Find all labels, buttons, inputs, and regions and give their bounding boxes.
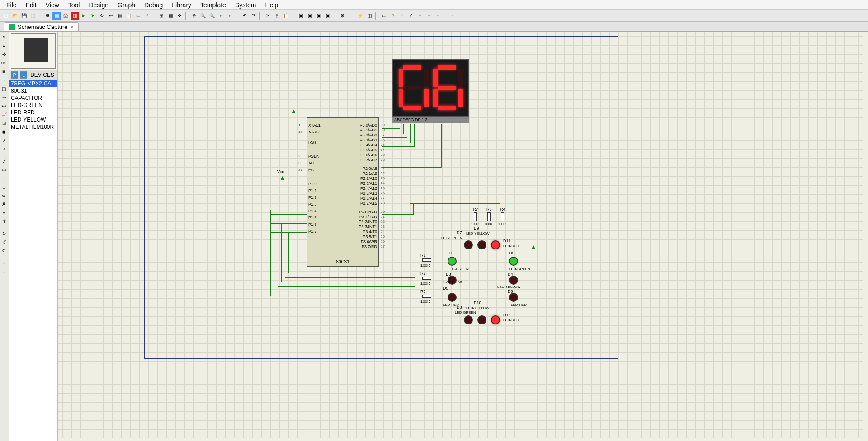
junction-tool[interactable]: ✛ xyxy=(0,51,8,58)
rot-ccw-tool[interactable]: ↺ xyxy=(0,238,8,246)
copy-icon[interactable]: ⎘ xyxy=(273,12,281,20)
block-rotate-icon[interactable]: ▣ xyxy=(315,12,323,20)
zoom-in-icon[interactable]: 🔍 xyxy=(199,12,207,20)
home-icon[interactable]: 🏠 xyxy=(61,12,70,20)
device-item-7seg[interactable]: 7SEG-MPX2-CA xyxy=(9,80,57,87)
sim1-icon[interactable]: ► xyxy=(80,12,88,20)
tab-schematic-capture[interactable]: Schematic Capture × xyxy=(4,22,79,31)
refresh-icon[interactable]: ↻ xyxy=(98,12,106,20)
line-tool[interactable]: ╱ xyxy=(0,157,8,165)
menu-design[interactable]: Design xyxy=(84,0,113,9)
block-copy-icon[interactable]: ▣ xyxy=(297,12,305,20)
new-icon[interactable]: 📄 xyxy=(2,12,10,20)
canvas-viewport[interactable]: ABCDEFG DP 1 2 80C31 XTAL119XTAL218RSTPS… xyxy=(58,32,868,441)
bus-tool[interactable]: ⫠ xyxy=(0,76,8,84)
save-icon[interactable]: 💾 xyxy=(20,12,28,20)
led-d6[interactable] xyxy=(509,293,518,302)
generator-tool[interactable]: ◉ xyxy=(0,128,8,136)
menu-help[interactable]: Help xyxy=(261,0,283,9)
component-tool[interactable]: ▸ xyxy=(0,42,8,50)
sim-icon[interactable]: A xyxy=(389,12,397,20)
menu-tool[interactable]: Tool xyxy=(64,0,85,9)
text-box-icon[interactable]: ▭ xyxy=(380,12,388,20)
device-item-led-yellow[interactable]: LED-YELLOW xyxy=(9,116,57,123)
path-tool[interactable]: ∞ xyxy=(0,192,8,199)
pick-icon[interactable]: ⚙ xyxy=(338,12,346,20)
print-icon[interactable]: 🖶 xyxy=(43,12,52,20)
tape-tool[interactable]: ⊡ xyxy=(0,119,8,127)
cursor-tool[interactable]: ↖ xyxy=(0,33,8,41)
redo-icon[interactable]: ↷ xyxy=(250,12,258,20)
resistor-r7[interactable] xyxy=(474,212,477,221)
circle-tool[interactable]: ○ xyxy=(0,174,8,182)
area-icon[interactable]: ▦ xyxy=(52,12,61,20)
resistor-r6[interactable] xyxy=(487,212,491,221)
aux4-icon[interactable]: ▫ xyxy=(448,12,457,20)
back-icon[interactable]: ↩ xyxy=(107,12,115,20)
led-d1[interactable] xyxy=(448,257,457,266)
device-item-led-red[interactable]: LED-RED xyxy=(9,109,57,116)
aux3-icon[interactable]: ▫ xyxy=(434,12,442,20)
devices-list[interactable]: 7SEG-MPX2-CA 80C31 CAPACITOR LED-GREEN L… xyxy=(9,80,57,441)
pcb-icon[interactable]: ▨ xyxy=(71,12,79,20)
menu-file[interactable]: File xyxy=(2,0,21,9)
device-item-led-green[interactable]: LED-GREEN xyxy=(9,102,57,109)
led-d7[interactable] xyxy=(464,240,473,249)
flip-h-tool[interactable]: ↔ xyxy=(0,259,8,267)
led-d2[interactable] xyxy=(509,257,518,266)
resistor-r1[interactable] xyxy=(422,258,431,262)
resistor-r3[interactable] xyxy=(422,295,431,298)
toggle-icon[interactable]: ⚡ xyxy=(356,12,364,20)
menu-template[interactable]: Template xyxy=(196,0,231,9)
zoom-area-icon[interactable]: ⌕ xyxy=(226,12,234,20)
device-item-metalfilm[interactable]: METALFILM100R xyxy=(9,123,57,131)
resistor-r2[interactable] xyxy=(422,277,431,280)
cut-icon[interactable]: ✂ xyxy=(264,12,272,20)
led-d9[interactable] xyxy=(477,240,486,249)
resistor-r4[interactable] xyxy=(501,212,504,221)
led-d12[interactable] xyxy=(491,315,500,324)
open-icon[interactable]: 📂 xyxy=(11,12,19,20)
zoom-all-icon[interactable]: ⌕ xyxy=(217,12,225,20)
led-d8[interactable] xyxy=(464,315,473,324)
terminal-tool[interactable]: ⊸ xyxy=(0,94,8,101)
pick-devices-button[interactable]: P xyxy=(11,71,18,79)
notes-icon[interactable]: 📋 xyxy=(125,12,133,20)
menu-edit[interactable]: Edit xyxy=(21,0,41,9)
origin-icon[interactable]: ✛ xyxy=(175,12,184,20)
origin-tool[interactable]: ✛ xyxy=(0,217,8,225)
deg-tool[interactable]: 0° xyxy=(0,247,8,254)
text-tool[interactable]: A xyxy=(0,200,8,208)
paste-icon[interactable]: 📋 xyxy=(282,12,290,20)
device-item-80c31[interactable]: 80C31 xyxy=(9,87,57,94)
seven-segment-display[interactable] xyxy=(392,59,469,117)
led-d4[interactable] xyxy=(509,276,518,285)
sub-tool[interactable]: ◫ xyxy=(0,85,8,93)
probe-i-tool[interactable]: ➚ xyxy=(0,145,8,153)
led-d11[interactable] xyxy=(491,240,500,249)
block-move-icon[interactable]: ▣ xyxy=(306,12,314,20)
arc-icon[interactable]: ⟋ xyxy=(398,12,406,20)
menu-library[interactable]: Library xyxy=(167,0,196,9)
wire-icon[interactable]: ⎯ xyxy=(347,12,355,20)
led-d10[interactable] xyxy=(477,315,486,324)
wire-label-tool[interactable]: LBL xyxy=(0,59,8,67)
device-item-capacitor[interactable]: CAPACITOR xyxy=(9,94,57,102)
arc-tool[interactable]: ◡ xyxy=(0,183,8,191)
script-tool[interactable]: ≡ xyxy=(0,68,8,75)
tab-close-icon[interactable]: × xyxy=(71,24,74,30)
block-delete-icon[interactable]: ▣ xyxy=(324,12,332,20)
undo-icon[interactable]: ↶ xyxy=(241,12,249,20)
schematic-canvas[interactable]: ABCDEFG DP 1 2 80C31 XTAL119XTAL218RSTPS… xyxy=(58,32,863,438)
center-icon[interactable]: ⊕ xyxy=(190,12,198,20)
schematic-overview[interactable] xyxy=(11,33,56,69)
sim2-icon[interactable]: ➤ xyxy=(89,12,97,20)
drc-icon[interactable]: ✓ xyxy=(407,12,415,20)
libraries-button[interactable]: L xyxy=(20,71,27,79)
aux2-icon[interactable]: ▫ xyxy=(425,12,433,20)
graph-tool[interactable]: 📈 xyxy=(0,111,8,118)
pin-tool[interactable]: ⊷ xyxy=(0,102,8,110)
page-icon[interactable]: ▤ xyxy=(116,12,124,20)
aux1-icon[interactable]: ▫ xyxy=(416,12,424,20)
help-icon[interactable]: ? xyxy=(143,12,151,20)
